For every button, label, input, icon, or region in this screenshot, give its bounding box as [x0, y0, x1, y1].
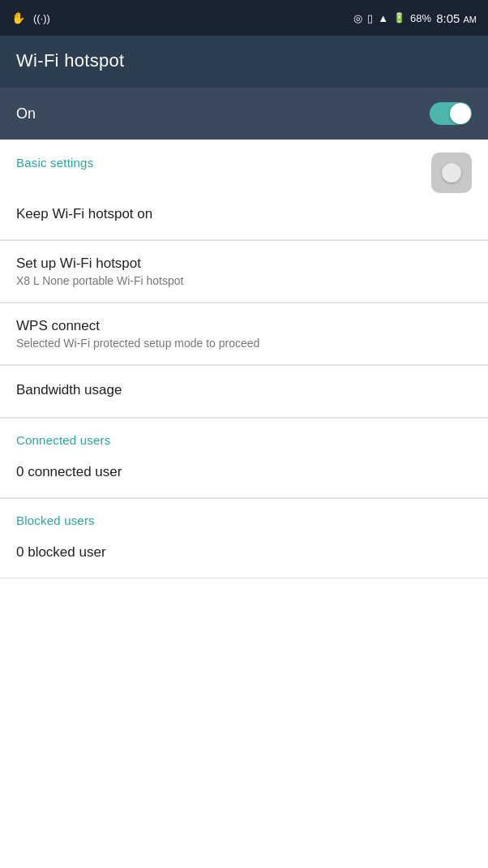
- keep-wifi-icon-inner: [442, 163, 461, 183]
- keep-wifi-title: Keep Wi-Fi hotspot on: [16, 206, 472, 222]
- settings-content: Basic settings Keep Wi-Fi hotspot on Set…: [0, 140, 488, 578]
- signal-icon: ▲: [378, 12, 388, 24]
- connected-users-count: 0 connected user: [16, 464, 472, 480]
- setup-wifi-title: Set up Wi-Fi hotspot: [16, 256, 472, 272]
- basic-settings-header: Basic settings: [0, 140, 488, 200]
- wps-connect-subtitle: Selected Wi-Fi protected setup mode to p…: [16, 337, 472, 350]
- status-bar-left: ✋ ((·)): [11, 11, 50, 24]
- bandwidth-row[interactable]: Bandwidth usage: [0, 366, 488, 418]
- wifi-radio-icon: ((·)): [33, 12, 50, 24]
- hand-icon: ✋: [11, 11, 25, 24]
- page-header: Wi-Fi hotspot: [0, 36, 488, 88]
- target-icon: ◎: [353, 12, 362, 24]
- connected-users-row[interactable]: 0 connected user: [0, 453, 488, 498]
- setup-wifi-row[interactable]: Set up Wi-Fi hotspot X8 L None portable …: [0, 241, 488, 303]
- page-title: Wi-Fi hotspot: [16, 50, 472, 71]
- hotspot-toggle-switch[interactable]: [430, 102, 472, 125]
- status-bar-right: ◎ ▯ ▲ 🔋 68% 8:05 AM: [353, 11, 477, 25]
- toggle-label: On: [16, 105, 36, 122]
- keep-wifi-icon-button[interactable]: [431, 153, 472, 193]
- status-time: 8:05 AM: [436, 11, 477, 25]
- hotspot-toggle-row[interactable]: On: [0, 88, 488, 140]
- battery-icon: 🔋: [393, 12, 405, 24]
- bandwidth-title: Bandwidth usage: [16, 382, 472, 398]
- blocked-users-count: 0 blocked user: [16, 544, 472, 561]
- connected-users-title: Connected users: [16, 433, 110, 447]
- battery-percent: 68%: [410, 12, 431, 24]
- setup-wifi-subtitle: X8 L None portable Wi-Fi hotspot: [16, 274, 472, 287]
- toggle-knob: [450, 103, 471, 124]
- status-bar: ✋ ((·)) ◎ ▯ ▲ 🔋 68% 8:05 AM: [0, 0, 488, 36]
- vibrate-icon: ▯: [367, 12, 373, 24]
- keep-wifi-row[interactable]: Keep Wi-Fi hotspot on: [0, 200, 488, 240]
- wps-connect-row[interactable]: WPS connect Selected Wi-Fi protected set…: [0, 303, 488, 365]
- blocked-users-section: Blocked users: [0, 499, 488, 533]
- connected-users-section: Connected users: [0, 419, 488, 453]
- blocked-users-title: Blocked users: [16, 513, 95, 527]
- blocked-users-row[interactable]: 0 blocked user: [0, 533, 488, 578]
- wps-connect-title: WPS connect: [16, 318, 472, 334]
- basic-settings-title: Basic settings: [16, 156, 93, 170]
